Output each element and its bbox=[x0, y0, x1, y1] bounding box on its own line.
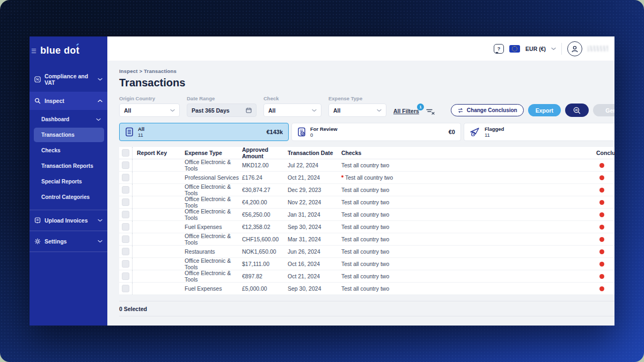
row-checkbox[interactable] bbox=[122, 235, 129, 243]
summary-card-all[interactable]: All 11 €143k bbox=[119, 123, 289, 141]
hamburger-icon[interactable]: ☰ bbox=[31, 49, 36, 53]
row-checkbox[interactable] bbox=[122, 211, 129, 218]
row-checkbox[interactable] bbox=[122, 161, 129, 169]
card-value: €0 bbox=[449, 129, 455, 135]
check-select[interactable]: All bbox=[264, 104, 321, 117]
conclusion-status-dot[interactable] bbox=[599, 237, 604, 242]
summary-card-for-review[interactable]: For Review 0 €0 bbox=[291, 123, 461, 141]
table-row[interactable]: Office Electronic & Tools$17,111.00Oct 1… bbox=[119, 258, 614, 270]
table-row[interactable]: Office Electronic & ToolsMKD12.00Jul 22,… bbox=[119, 159, 614, 172]
breadcrumb[interactable]: Inspect > Transactions bbox=[119, 68, 614, 74]
sidebar-item-control-categories[interactable]: Control Categories bbox=[34, 190, 104, 204]
row-checkbox[interactable] bbox=[122, 186, 129, 194]
conclusion-status-dot[interactable] bbox=[599, 225, 604, 230]
cell-conclusion bbox=[596, 274, 614, 279]
cell-expense-type: Office Electronic & Tools bbox=[185, 233, 242, 246]
filter-label-date-range: Date Range bbox=[187, 95, 257, 101]
row-checkbox[interactable] bbox=[122, 285, 129, 292]
change-conclusion-button[interactable]: Change Conclusion bbox=[451, 104, 524, 116]
table-row[interactable]: RestaurantsNOK1,650.00Jun 26, 2024Test a… bbox=[119, 246, 614, 258]
sidebar-item-label: Transaction Reports bbox=[41, 163, 93, 169]
sidebar-item-label: Control Categories bbox=[41, 194, 90, 200]
clear-filters-icon[interactable] bbox=[426, 108, 435, 115]
conclusion-status-dot[interactable] bbox=[599, 200, 604, 205]
sidebar-item-inspect[interactable]: Inspect bbox=[30, 92, 107, 110]
column-header-conclusion[interactable]: Conclusion bbox=[596, 150, 614, 156]
cell-checks: Test all country two bbox=[341, 162, 596, 168]
sidebar-item-transaction-reports[interactable]: Transaction Reports bbox=[34, 159, 104, 173]
all-filters-link[interactable]: All Filters 1 bbox=[393, 108, 419, 114]
cell-transaction-date: Oct 21, 2024 bbox=[288, 174, 341, 181]
ai-search-button[interactable]: AI bbox=[565, 104, 589, 117]
table-row[interactable]: Fuel Expenses€12,358.02Sep 30, 2024Test … bbox=[119, 221, 614, 233]
row-checkbox[interactable] bbox=[122, 174, 129, 181]
help-icon[interactable]: ? bbox=[494, 44, 504, 54]
table-row[interactable]: Office Electronic & Tools€30,874.27Dec 2… bbox=[119, 184, 614, 196]
cell-conclusion bbox=[596, 200, 614, 205]
cell-conclusion bbox=[596, 286, 614, 291]
conclusion-status-dot[interactable] bbox=[599, 286, 604, 291]
cell-conclusion bbox=[596, 249, 614, 254]
cell-report-key bbox=[132, 258, 185, 270]
user-avatar-icon[interactable] bbox=[567, 41, 582, 56]
summary-card-flagged[interactable]: Flagged 11 bbox=[464, 123, 614, 141]
sidebar-item-dashboard[interactable]: Dashboard bbox=[34, 112, 104, 127]
conclusion-status-dot[interactable] bbox=[599, 274, 604, 279]
table-row[interactable]: Professional Services£176.24Oct 21, 2024… bbox=[119, 172, 614, 184]
sidebar-item-label: Special Reports bbox=[41, 179, 82, 184]
row-checkbox[interactable] bbox=[122, 272, 129, 280]
conclusion-status-dot[interactable] bbox=[599, 188, 604, 193]
origin-country-select[interactable]: All bbox=[119, 104, 180, 117]
column-header-report-key[interactable]: Report Key bbox=[132, 147, 185, 159]
sidebar-item-settings[interactable]: Settings bbox=[30, 232, 107, 250]
conclusion-status-dot[interactable] bbox=[599, 163, 604, 168]
sidebar-item-special-reports[interactable]: Special Reports bbox=[34, 174, 104, 189]
sidebar-item-upload-invoices[interactable]: Upload Invoices bbox=[30, 211, 107, 230]
sidebar-divider bbox=[30, 210, 107, 210]
currency-selector[interactable]: EUR (€) bbox=[525, 46, 546, 52]
expense-type-select[interactable]: All bbox=[328, 104, 386, 117]
cell-report-key bbox=[132, 196, 185, 208]
column-header-checks[interactable]: Checks bbox=[341, 150, 596, 156]
table-row[interactable]: Office Electronic & Tools€56,250.00Jan 3… bbox=[119, 209, 614, 221]
cell-conclusion bbox=[596, 175, 614, 180]
chevron-up-icon bbox=[98, 99, 103, 102]
table-row[interactable]: Fuel Expenses£5,000.00Sep 30, 2024Test a… bbox=[119, 283, 614, 295]
cell-conclusion bbox=[596, 188, 614, 193]
table-row[interactable]: Office Electronic & Tools€4,200.00Nov 22… bbox=[119, 196, 614, 209]
cell-report-key bbox=[132, 246, 185, 257]
chevron-down-icon[interactable] bbox=[551, 47, 556, 50]
cell-approved-amount: €12,358.02 bbox=[242, 224, 288, 230]
row-checkbox[interactable] bbox=[122, 260, 129, 268]
sidebar-item-transactions[interactable]: Transactions bbox=[34, 128, 104, 142]
column-header-expense-type[interactable]: Expense Type bbox=[185, 150, 242, 156]
table-row[interactable]: Office Electronic & ToolsCHF15,600.00Mar… bbox=[119, 233, 614, 246]
cell-checks: Test all country two bbox=[341, 174, 596, 181]
date-range-field[interactable]: Past 365 Days bbox=[187, 104, 257, 117]
inspect-submenu: DashboardTransactionsChecksTransaction R… bbox=[30, 110, 107, 209]
column-header-transaction-date[interactable]: Transaction Date bbox=[288, 150, 341, 156]
table-row[interactable]: Office Electronic & Tools€897.82Oct 21, … bbox=[119, 270, 614, 283]
cell-approved-amount: £176.24 bbox=[242, 174, 288, 181]
row-checkbox[interactable] bbox=[122, 248, 129, 255]
gear-icon bbox=[34, 238, 41, 245]
column-header-approved-amount[interactable]: Approved Amount bbox=[242, 146, 288, 159]
cell-report-key bbox=[132, 221, 185, 233]
cell-expense-type: Office Electronic & Tools bbox=[185, 159, 242, 172]
export-button[interactable]: Export bbox=[528, 104, 561, 116]
conclusion-status-dot[interactable] bbox=[599, 212, 604, 217]
sidebar-item-label: Settings bbox=[45, 238, 67, 245]
sidebar-item-compliance-and-vat[interactable]: Compliance and VAT bbox=[30, 67, 107, 92]
cell-transaction-date: Dec 29, 2023 bbox=[288, 187, 341, 193]
sidebar-item-checks[interactable]: Checks bbox=[34, 143, 104, 158]
generate-button[interactable]: Generate bbox=[593, 104, 614, 116]
eu-flag-icon[interactable] bbox=[509, 45, 520, 53]
conclusion-status-dot[interactable] bbox=[599, 262, 604, 267]
row-checkbox[interactable] bbox=[122, 198, 129, 206]
conclusion-status-dot[interactable] bbox=[599, 175, 604, 180]
select-all-checkbox[interactable] bbox=[122, 149, 129, 157]
conclusion-status-dot[interactable] bbox=[599, 249, 604, 254]
cell-conclusion bbox=[596, 225, 614, 230]
cell-approved-amount: €4,200.00 bbox=[242, 199, 288, 205]
row-checkbox[interactable] bbox=[122, 223, 129, 231]
